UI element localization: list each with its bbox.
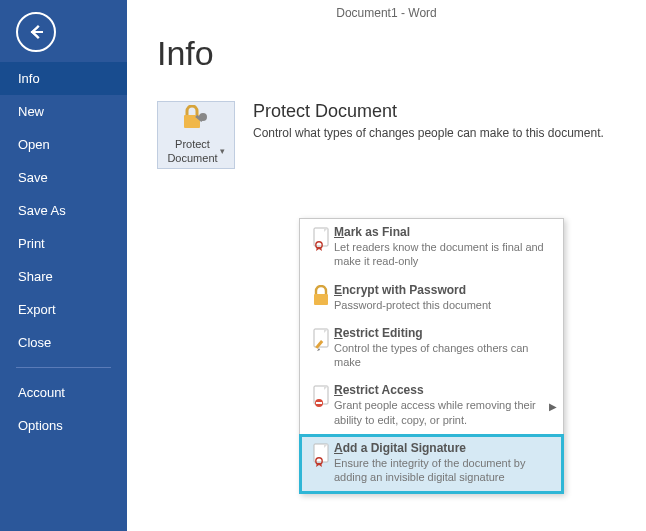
section-subtitle: Control what types of changes people can… xyxy=(253,126,604,140)
menu-item-mark-as-final[interactable]: Mark as FinalLet readers know the docume… xyxy=(300,219,563,277)
page-title: Info xyxy=(157,34,616,73)
doc-pencil-icon xyxy=(308,326,334,370)
nav-separator xyxy=(16,367,111,368)
sidebar-item-new[interactable]: New xyxy=(0,95,127,128)
sidebar-item-save-as[interactable]: Save As xyxy=(0,194,127,227)
menu-item-desc: Password-protect this document xyxy=(334,298,555,312)
menu-item-title: Encrypt with Password xyxy=(334,283,555,297)
menu-item-desc: Grant people access while removing their… xyxy=(334,398,555,427)
menu-item-desc: Control the types of changes others can … xyxy=(334,341,555,370)
sidebar-item-account[interactable]: Account xyxy=(0,376,127,409)
chevron-down-icon: ▾ xyxy=(220,146,225,157)
doc-block-icon xyxy=(308,383,334,427)
menu-item-desc: Ensure the integrity of the document by … xyxy=(334,456,555,485)
menu-item-encrypt-with-password[interactable]: Encrypt with PasswordPassword-protect th… xyxy=(300,277,563,320)
menu-item-restrict-editing[interactable]: Restrict EditingControl the types of cha… xyxy=(300,320,563,378)
menu-item-title: Mark as Final xyxy=(334,225,555,239)
menu-item-title: Restrict Access xyxy=(334,383,555,397)
lock-shield-icon xyxy=(181,105,211,134)
sidebar-item-info[interactable]: Info xyxy=(0,62,127,95)
back-button[interactable] xyxy=(16,12,56,52)
menu-item-title: Add a Digital Signature xyxy=(334,441,555,455)
sidebar-item-share[interactable]: Share xyxy=(0,260,127,293)
menu-item-desc: Let readers know the document is final a… xyxy=(334,240,555,269)
main-panel: Document1 - Word Info ProtectDocument▾ P… xyxy=(127,0,646,531)
sidebar-item-print[interactable]: Print xyxy=(0,227,127,260)
svg-rect-5 xyxy=(314,294,328,305)
svg-rect-10 xyxy=(316,402,322,404)
menu-item-add-a-digital-signature[interactable]: Add a Digital SignatureEnsure the integr… xyxy=(300,435,563,493)
sidebar-item-open[interactable]: Open xyxy=(0,128,127,161)
menu-item-title: Restrict Editing xyxy=(334,326,555,340)
doc-ribbon-icon xyxy=(308,441,334,485)
protect-button-label: ProtectDocument xyxy=(167,138,217,164)
sidebar-item-close[interactable]: Close xyxy=(0,326,127,359)
section-title: Protect Document xyxy=(253,101,604,122)
doc-ribbon-icon xyxy=(308,225,334,269)
menu-item-restrict-access[interactable]: Restrict AccessGrant people access while… xyxy=(300,377,563,435)
backstage-sidebar: InfoNewOpenSaveSave AsPrintShareExportCl… xyxy=(0,0,127,531)
chevron-right-icon: ▶ xyxy=(549,401,557,412)
sidebar-item-export[interactable]: Export xyxy=(0,293,127,326)
protect-document-button[interactable]: ProtectDocument▾ xyxy=(157,101,235,169)
sidebar-item-save[interactable]: Save xyxy=(0,161,127,194)
protect-document-menu: Mark as FinalLet readers know the docume… xyxy=(299,218,564,494)
lock-icon xyxy=(308,283,334,312)
window-title: Document1 - Word xyxy=(127,0,646,22)
sidebar-item-options[interactable]: Options xyxy=(0,409,127,442)
arrow-left-icon xyxy=(26,22,46,42)
